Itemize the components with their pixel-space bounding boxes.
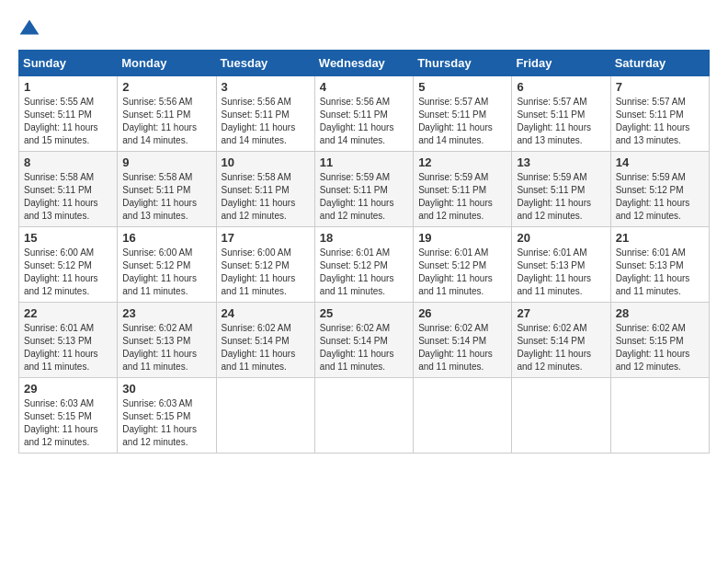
calendar-cell: [216, 378, 314, 454]
day-number: 14: [616, 155, 704, 169]
cell-text: Sunrise: 6:03 AMSunset: 5:15 PMDaylight:…: [24, 398, 98, 447]
calendar-cell: [314, 378, 413, 454]
calendar-cell: 11Sunrise: 5:59 AMSunset: 5:11 PMDayligh…: [314, 152, 413, 227]
weekday-header: Tuesday: [216, 51, 314, 76]
day-number: 9: [122, 155, 210, 169]
calendar-week-row: 29Sunrise: 6:03 AMSunset: 5:15 PMDayligh…: [19, 378, 710, 454]
day-number: 22: [24, 306, 112, 320]
weekday-header: Wednesday: [314, 51, 413, 76]
day-number: 1: [24, 80, 112, 94]
calendar-cell: 30Sunrise: 6:03 AMSunset: 5:15 PMDayligh…: [118, 378, 216, 454]
cell-text: Sunrise: 5:58 AMSunset: 5:11 PMDaylight:…: [122, 172, 197, 221]
cell-text: Sunrise: 6:02 AMSunset: 5:14 PMDaylight:…: [222, 323, 296, 372]
cell-text: Sunrise: 6:02 AMSunset: 5:14 PMDaylight:…: [517, 323, 591, 372]
weekday-header: Sunday: [19, 51, 118, 76]
day-number: 16: [122, 231, 210, 245]
calendar-cell: [414, 378, 512, 454]
day-number: 21: [616, 231, 704, 245]
calendar-cell: 20Sunrise: 6:01 AMSunset: 5:13 PMDayligh…: [512, 227, 610, 303]
day-number: 19: [418, 231, 506, 245]
day-number: 23: [122, 306, 210, 320]
day-number: 30: [122, 382, 210, 396]
weekday-header: Thursday: [414, 51, 512, 76]
calendar-cell: 21Sunrise: 6:01 AMSunset: 5:13 PMDayligh…: [610, 227, 709, 303]
cell-text: Sunrise: 5:57 AMSunset: 5:11 PMDaylight:…: [517, 97, 591, 145]
cell-text: Sunrise: 6:01 AMSunset: 5:13 PMDaylight:…: [517, 247, 591, 296]
day-number: 28: [616, 306, 704, 320]
calendar-header: SundayMondayTuesdayWednesdayThursdayFrid…: [19, 51, 710, 76]
cell-text: Sunrise: 6:02 AMSunset: 5:15 PMDaylight:…: [616, 323, 690, 372]
calendar-cell: 16Sunrise: 6:00 AMSunset: 5:12 PMDayligh…: [118, 227, 216, 303]
calendar-week-row: 1Sunrise: 5:55 AMSunset: 5:11 PMDaylight…: [19, 76, 710, 152]
day-number: 3: [222, 80, 310, 94]
calendar-cell: 4Sunrise: 5:56 AMSunset: 5:11 PMDaylight…: [314, 76, 413, 152]
calendar-cell: 23Sunrise: 6:02 AMSunset: 5:13 PMDayligh…: [118, 303, 216, 378]
calendar-cell: [610, 378, 709, 454]
svg-marker-0: [20, 20, 40, 35]
cell-text: Sunrise: 5:56 AMSunset: 5:11 PMDaylight:…: [222, 97, 296, 145]
weekday-header: Monday: [118, 51, 216, 76]
logo: [18, 18, 44, 40]
day-number: 25: [320, 306, 408, 320]
weekday-header: Friday: [512, 51, 610, 76]
day-number: 24: [222, 306, 310, 320]
day-number: 8: [24, 155, 112, 169]
cell-text: Sunrise: 5:59 AMSunset: 5:11 PMDaylight:…: [418, 172, 493, 221]
calendar-cell: 27Sunrise: 6:02 AMSunset: 5:14 PMDayligh…: [512, 303, 610, 378]
calendar-cell: 10Sunrise: 5:58 AMSunset: 5:11 PMDayligh…: [216, 152, 314, 227]
cell-text: Sunrise: 5:56 AMSunset: 5:11 PMDaylight:…: [320, 97, 394, 145]
cell-text: Sunrise: 6:01 AMSunset: 5:13 PMDaylight:…: [24, 323, 98, 372]
day-number: 27: [517, 306, 605, 320]
day-number: 5: [418, 80, 506, 94]
calendar-table: SundayMondayTuesdayWednesdayThursdayFrid…: [18, 50, 710, 454]
day-number: 12: [418, 155, 506, 169]
cell-text: Sunrise: 5:58 AMSunset: 5:11 PMDaylight:…: [24, 172, 98, 221]
calendar-cell: 1Sunrise: 5:55 AMSunset: 5:11 PMDaylight…: [19, 76, 118, 152]
calendar-cell: [512, 378, 610, 454]
cell-text: Sunrise: 5:59 AMSunset: 5:12 PMDaylight:…: [616, 172, 690, 221]
calendar-week-row: 8Sunrise: 5:58 AMSunset: 5:11 PMDaylight…: [19, 152, 710, 227]
day-number: 4: [320, 80, 408, 94]
calendar-cell: 19Sunrise: 6:01 AMSunset: 5:12 PMDayligh…: [414, 227, 512, 303]
calendar-cell: 17Sunrise: 6:00 AMSunset: 5:12 PMDayligh…: [216, 227, 314, 303]
day-number: 18: [320, 231, 408, 245]
calendar-cell: 29Sunrise: 6:03 AMSunset: 5:15 PMDayligh…: [19, 378, 118, 454]
cell-text: Sunrise: 6:00 AMSunset: 5:12 PMDaylight:…: [222, 247, 296, 296]
day-number: 20: [517, 231, 605, 245]
day-number: 15: [24, 231, 112, 245]
calendar-body: 1Sunrise: 5:55 AMSunset: 5:11 PMDaylight…: [19, 76, 710, 454]
cell-text: Sunrise: 6:01 AMSunset: 5:12 PMDaylight:…: [320, 247, 394, 296]
cell-text: Sunrise: 6:01 AMSunset: 5:13 PMDaylight:…: [616, 247, 690, 296]
calendar-cell: 7Sunrise: 5:57 AMSunset: 5:11 PMDaylight…: [610, 76, 709, 152]
cell-text: Sunrise: 6:00 AMSunset: 5:12 PMDaylight:…: [24, 247, 98, 296]
day-number: 26: [418, 306, 506, 320]
cell-text: Sunrise: 6:02 AMSunset: 5:13 PMDaylight:…: [122, 323, 197, 372]
day-number: 11: [320, 155, 408, 169]
day-number: 2: [122, 80, 210, 94]
calendar-cell: 15Sunrise: 6:00 AMSunset: 5:12 PMDayligh…: [19, 227, 118, 303]
day-number: 17: [222, 231, 310, 245]
calendar-cell: 25Sunrise: 6:02 AMSunset: 5:14 PMDayligh…: [314, 303, 413, 378]
day-number: 6: [517, 80, 605, 94]
calendar-cell: 5Sunrise: 5:57 AMSunset: 5:11 PMDaylight…: [414, 76, 512, 152]
calendar-cell: 24Sunrise: 6:02 AMSunset: 5:14 PMDayligh…: [216, 303, 314, 378]
calendar-cell: 22Sunrise: 6:01 AMSunset: 5:13 PMDayligh…: [19, 303, 118, 378]
day-number: 7: [616, 80, 704, 94]
cell-text: Sunrise: 5:58 AMSunset: 5:11 PMDaylight:…: [222, 172, 296, 221]
cell-text: Sunrise: 6:02 AMSunset: 5:14 PMDaylight:…: [418, 323, 493, 372]
cell-text: Sunrise: 6:02 AMSunset: 5:14 PMDaylight:…: [320, 323, 394, 372]
calendar-cell: 26Sunrise: 6:02 AMSunset: 5:14 PMDayligh…: [414, 303, 512, 378]
calendar-cell: 13Sunrise: 5:59 AMSunset: 5:11 PMDayligh…: [512, 152, 610, 227]
calendar-cell: 28Sunrise: 6:02 AMSunset: 5:15 PMDayligh…: [610, 303, 709, 378]
cell-text: Sunrise: 5:57 AMSunset: 5:11 PMDaylight:…: [616, 97, 690, 145]
calendar-cell: 8Sunrise: 5:58 AMSunset: 5:11 PMDaylight…: [19, 152, 118, 227]
calendar-cell: 9Sunrise: 5:58 AMSunset: 5:11 PMDaylight…: [118, 152, 216, 227]
calendar-week-row: 22Sunrise: 6:01 AMSunset: 5:13 PMDayligh…: [19, 303, 710, 378]
cell-text: Sunrise: 5:59 AMSunset: 5:11 PMDaylight:…: [320, 172, 394, 221]
calendar-cell: 18Sunrise: 6:01 AMSunset: 5:12 PMDayligh…: [314, 227, 413, 303]
calendar-cell: 6Sunrise: 5:57 AMSunset: 5:11 PMDaylight…: [512, 76, 610, 152]
cell-text: Sunrise: 5:57 AMSunset: 5:11 PMDaylight:…: [418, 97, 493, 145]
calendar-cell: 3Sunrise: 5:56 AMSunset: 5:11 PMDaylight…: [216, 76, 314, 152]
day-number: 13: [517, 155, 605, 169]
calendar-cell: 12Sunrise: 5:59 AMSunset: 5:11 PMDayligh…: [414, 152, 512, 227]
